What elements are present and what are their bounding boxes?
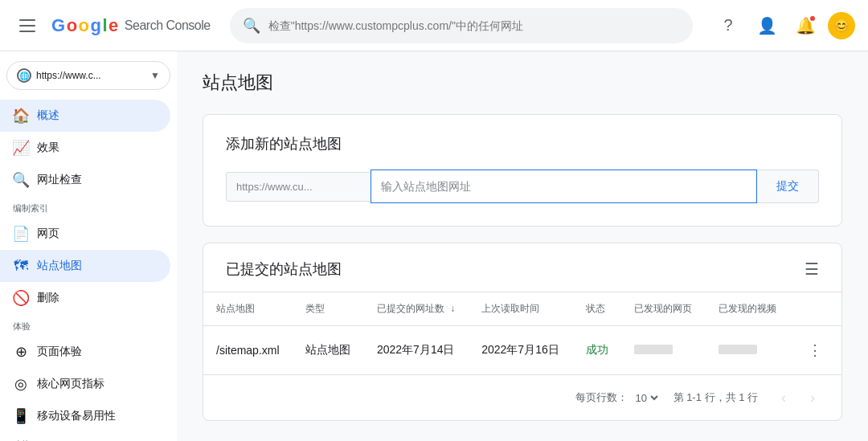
webpage-icon: 📄 xyxy=(13,226,29,242)
sidebar: 🌐 https://www.c... ▼ 🏠 概述 📈 效果 🔍 网址检查 编制… xyxy=(0,51,177,441)
search-input[interactable] xyxy=(268,19,680,32)
submitted-card-title: 已提交的站点地图 xyxy=(226,259,342,279)
sidebar-item-webpages[interactable]: 📄 网页 xyxy=(0,218,170,250)
table-row: /sitemap.xml 站点地图 2022年7月14日 2022年7月16日 … xyxy=(203,326,841,375)
help-icon: ? xyxy=(723,16,732,35)
sidebar-item-performance[interactable]: 📈 效果 xyxy=(0,132,170,164)
topbar-right: ? 👤 🔔 😊 xyxy=(712,10,855,42)
col-last-read: 上次读取时间 xyxy=(469,292,572,326)
next-page-button[interactable]: › xyxy=(800,385,825,410)
col-submitted[interactable]: 已提交的网址数 ↓ xyxy=(364,292,469,326)
status-badge: 成功 xyxy=(586,343,608,356)
sidebar-item-overview[interactable]: 🏠 概述 xyxy=(0,100,170,132)
sidebar-label-removals: 删除 xyxy=(37,291,59,305)
sitemaps-table: 站点地图 类型 已提交的网址数 ↓ 上次读取时间 状态 已发现的网页 已发现的视… xyxy=(203,292,841,374)
sidebar-item-mobile-usability[interactable]: 📱 移动设备易用性 xyxy=(0,400,170,432)
per-page-label: 每页行数： xyxy=(575,390,628,405)
discovered-pages-bar xyxy=(634,345,673,354)
home-icon: 🏠 xyxy=(13,108,29,124)
sitemap-url-input[interactable] xyxy=(371,169,757,203)
notifications-button[interactable]: 🔔 xyxy=(789,10,821,42)
section-label-indexing: 编制索引 xyxy=(0,196,177,218)
table-header-row: 站点地图 类型 已提交的网址数 ↓ 上次读取时间 状态 已发现的网页 已发现的视… xyxy=(203,292,841,326)
sidebar-label-webpages: 网页 xyxy=(37,227,59,241)
removal-icon: 🚫 xyxy=(13,290,29,306)
pagination: 每页行数： 10 25 50 第 1-1 行，共 1 行 ‹ › xyxy=(203,374,841,420)
google-logo: Google Search Console xyxy=(51,15,211,36)
layout: 🌐 https://www.c... ▼ 🏠 概述 📈 效果 🔍 网址检查 编制… xyxy=(0,51,868,441)
page-info: 第 1-1 行，共 1 行 xyxy=(674,390,758,405)
cell-last-read: 2022年7月16日 xyxy=(469,326,572,375)
property-selector[interactable]: 🌐 https://www.c... ▼ xyxy=(6,61,170,90)
account-icon: 👤 xyxy=(757,16,777,35)
page-navigation: ‹ › xyxy=(771,385,825,410)
sidebar-label-mobile-usability: 移动设备易用性 xyxy=(37,409,116,423)
sidebar-label-performance: 效果 xyxy=(37,141,59,155)
chevron-down-icon: ▼ xyxy=(150,70,160,81)
more-actions-button[interactable]: ⋮ xyxy=(802,337,828,363)
sidebar-label-url-inspection: 网址检查 xyxy=(37,173,82,187)
submitted-card-header: 已提交的站点地图 ☰ xyxy=(203,243,841,292)
topbar-left: Google Search Console xyxy=(13,11,211,40)
account-button[interactable]: 👤 xyxy=(751,10,783,42)
col-sitemap: 站点地图 xyxy=(203,292,293,326)
add-sitemap-row: https://www.cu... 提交 xyxy=(226,169,819,203)
notification-badge xyxy=(809,14,817,22)
per-page-selector: 每页行数： 10 25 50 xyxy=(575,390,661,405)
sidebar-label-core-web-vitals: 核心网页指标 xyxy=(37,377,104,391)
app-name: Search Console xyxy=(125,18,211,33)
col-discovered-videos: 已发现的视频 xyxy=(706,292,790,326)
add-sitemap-card: 添加新的站点地图 https://www.cu... 提交 xyxy=(203,114,842,227)
section-label-experience: 体验 xyxy=(0,314,177,336)
globe-icon: 🌐 xyxy=(17,68,31,83)
cell-discovered-pages xyxy=(621,326,706,375)
discovered-videos-bar xyxy=(719,345,757,354)
sidebar-label-sitemaps: 站点地图 xyxy=(37,259,82,273)
page-experience-icon: ⊕ xyxy=(13,344,29,360)
core-web-vitals-icon: ◎ xyxy=(13,376,29,392)
sidebar-label-overview: 概述 xyxy=(37,108,59,123)
sidebar-item-sitemaps[interactable]: 🗺 站点地图 xyxy=(0,250,170,282)
topbar: Google Search Console 🔍 ? 👤 🔔 😊 xyxy=(0,0,868,51)
cell-type: 站点地图 xyxy=(293,326,364,375)
sidebar-item-url-inspection[interactable]: 🔍 网址检查 xyxy=(0,164,170,196)
col-type: 类型 xyxy=(293,292,364,326)
filter-icon[interactable]: ☰ xyxy=(805,259,819,279)
hamburger-menu[interactable] xyxy=(13,11,42,40)
sidebar-item-core-web-vitals[interactable]: ◎ 核心网页指标 xyxy=(0,368,170,400)
sidebar-item-removals[interactable]: 🚫 删除 xyxy=(0,282,170,314)
main-content: 站点地图 添加新的站点地图 https://www.cu... 提交 已提交的站… xyxy=(177,51,868,441)
submit-button[interactable]: 提交 xyxy=(757,169,819,203)
inspect-icon: 🔍 xyxy=(13,172,29,188)
page-title: 站点地图 xyxy=(203,71,842,95)
col-actions xyxy=(789,292,841,326)
add-sitemap-title: 添加新的站点地图 xyxy=(226,134,819,153)
sidebar-item-page-experience[interactable]: ⊕ 页面体验 xyxy=(0,336,170,368)
cell-discovered-videos xyxy=(706,326,790,375)
cell-submitted-date: 2022年7月14日 xyxy=(364,326,469,375)
sidebar-label-page-experience: 页面体验 xyxy=(37,345,82,359)
mobile-icon: 📱 xyxy=(13,408,29,424)
sort-arrow-icon: ↓ xyxy=(450,303,455,314)
sitemap-icon: 🗺 xyxy=(13,258,29,274)
per-page-select[interactable]: 10 25 50 xyxy=(633,391,661,405)
section-label-shopping: 购物 xyxy=(0,432,177,441)
user-avatar[interactable]: 😊 xyxy=(828,12,855,39)
search-bar[interactable]: 🔍 xyxy=(230,8,693,43)
cell-status: 成功 xyxy=(573,326,621,375)
cell-more-actions: ⋮ xyxy=(789,326,841,375)
sitemap-input-wrap xyxy=(371,169,757,203)
performance-icon: 📈 xyxy=(13,140,29,156)
hamburger-icon xyxy=(19,19,35,32)
col-discovered-pages: 已发现的网页 xyxy=(621,292,706,326)
cell-sitemap: /sitemap.xml xyxy=(203,326,293,375)
help-button[interactable]: ? xyxy=(712,10,744,42)
prev-page-button[interactable]: ‹ xyxy=(771,385,796,410)
submitted-sitemaps-card: 已提交的站点地图 ☰ 站点地图 类型 已提交的网址数 ↓ 上次读取时间 状态 已… xyxy=(203,243,842,421)
col-status: 状态 xyxy=(573,292,621,326)
url-prefix: https://www.cu... xyxy=(226,172,371,202)
search-icon: 🔍 xyxy=(243,17,260,35)
property-url: https://www.c... xyxy=(36,70,145,81)
